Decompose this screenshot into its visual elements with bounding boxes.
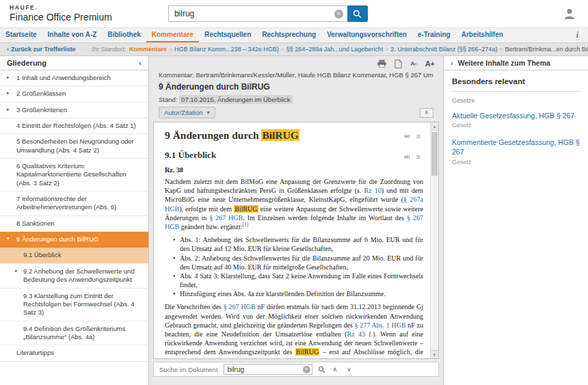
nav-tab[interactable]: Bibliothek (102, 28, 146, 42)
inline-reference-link[interactable]: § 267 HGB (165, 214, 423, 230)
bullet-list: Abs. 1: Anhebung des Schwellenwerts für … (165, 235, 423, 298)
outline-item[interactable]: 7 Informationsrechte der Arbeitnehmerver… (0, 191, 148, 216)
product-title: Finance Office Premium (10, 12, 112, 23)
search-button[interactable] (347, 5, 368, 22)
outline-item[interactable]: 2 Größenklassen (0, 86, 148, 102)
breadcrumb-item[interactable]: 2. Unterabschnitt Bilanz (§§ 266–274a) (390, 46, 497, 53)
nav-tab[interactable]: Verwaltungsvorschriften (321, 28, 412, 42)
document-search-clear-icon[interactable]: × (303, 366, 310, 373)
user-icon (563, 8, 576, 20)
outline-item-label: 2 Größenklassen (16, 90, 66, 97)
related-body: Besonders relevant Gesetze Aktuelle Gese… (444, 70, 588, 181)
pdf-export-icon[interactable] (395, 59, 402, 68)
related-item-link[interactable]: Aktuelle Gesetzesfassung, HGB § 267 (452, 111, 580, 120)
chevron-left-icon: ‹ (7, 46, 9, 53)
related-title: Weitere Inhalte zum Thema (458, 59, 550, 67)
previous-match-icon[interactable]: ∧ (331, 366, 340, 373)
related-item[interactable]: Kommentierte Gesetzesfassung, HGB § 267 … (452, 137, 580, 165)
document-scrollbar[interactable]: ▲ ▼ (430, 122, 438, 358)
chevron-down-icon: ▾ (207, 109, 210, 116)
footnote-ref[interactable]: [1] (243, 222, 249, 228)
outline-item[interactable]: 3 Größenkriterien (0, 103, 148, 118)
back-to-results-link[interactable]: ‹ Zurück zur Trefferliste (7, 46, 76, 53)
nav-tab[interactable]: Startseite (0, 28, 42, 42)
outline-item[interactable]: 4 Eintritt der Rechtsfolgen (Abs. 4 Satz… (0, 118, 148, 134)
expand-related-icon[interactable]: › (451, 59, 453, 67)
meta-actions-row: Autor/Zitation ▾ ∧ (159, 107, 433, 118)
breadcrumb-item[interactable]: §§ 264–289a Jah...und Lagebericht (286, 46, 384, 53)
inline-reference-link[interactable]: § 267a HGB (165, 196, 423, 212)
outline-list: 1 Inhalt und Anwendungsbereich 2 Größenk… (0, 70, 148, 362)
font-decrease-button[interactable]: A- (410, 60, 417, 67)
nav-tab[interactable]: e-Training (412, 28, 456, 42)
related-item-type: Gesetz (452, 159, 580, 165)
outline-item[interactable]: Literaturtipps (0, 345, 148, 361)
nav-tab[interactable]: Kommentare (146, 28, 199, 42)
global-search-input[interactable] (168, 5, 347, 22)
outline-item-label: 9 Änderungen durch BilRUG (16, 235, 98, 243)
scrollbar-thumb[interactable] (431, 132, 438, 176)
nav-tab[interactable]: Arbeitshilfen (456, 28, 509, 42)
outline-item[interactable]: 5 Besonderheiten bei Neugründung oder Um… (0, 134, 148, 159)
scroll-up-icon[interactable]: ▲ (431, 122, 438, 131)
user-account-button[interactable] (561, 8, 578, 20)
outline-item[interactable]: 9 Änderungen durch BilRUG (0, 232, 148, 248)
inline-reference-link[interactable]: § 267 HGB (224, 303, 256, 310)
outline-item[interactable]: 9.2 Anhebung der Schwellenwerte und Bede… (0, 264, 148, 289)
related-item-link[interactable]: Kommentierte Gesetzesfassung, HGB § 267 (452, 137, 580, 157)
outline-item-label: 8 Sanktionen (16, 220, 54, 227)
outline-title: Gliederung (7, 59, 46, 67)
outline-item[interactable]: 9.4 Definition des Größenkriteriums „Bil… (0, 321, 148, 346)
outline-item[interactable]: 1 Inhalt und Anwendungsbereich (0, 70, 148, 86)
highlight-toggle-icon[interactable]: HI (405, 155, 410, 159)
search-highlight: BilRUG (295, 348, 319, 356)
document-search-input[interactable] (224, 364, 312, 375)
global-search: × (168, 5, 368, 22)
outline-item-label: 1 Inhalt und Anwendungsbereich (16, 74, 111, 81)
document-search-label: Suche im Dokument (159, 366, 218, 373)
heading-annotations: HI ≡ (405, 152, 420, 161)
print-icon[interactable] (377, 59, 386, 68)
collapse-outline-icon[interactable]: ‹ (139, 59, 142, 67)
brand-logo[interactable]: HAUFE. Finance Office Premium (10, 5, 112, 23)
breadcrumb-item[interactable]: Bertram/Brinkma...en durch BilRUG (505, 46, 588, 53)
document-title: 9 Änderungen durch BilRUG (159, 82, 433, 92)
inline-reference-link[interactable]: Rz 43 f. (347, 330, 373, 338)
collapse-header-button[interactable]: ∧ (420, 108, 433, 118)
stand-value: 07.10.2015, Änderungen im Überblick (179, 95, 293, 104)
scroll-down-icon[interactable]: ▼ (431, 350, 438, 358)
inline-reference-link[interactable]: § 277 Abs. 1 HGB (355, 321, 406, 329)
outline-item-label: 5 Besonderheiten bei Neugründung oder Um… (16, 137, 134, 153)
nav-tab[interactable]: Rechtsquellen (199, 28, 256, 42)
related-item-type: Gesetz (452, 122, 580, 129)
bullet-item: Hinzufügung eines Abs. 4a zur klarstelle… (173, 289, 423, 298)
outline-item[interactable]: 8 Sanktionen (0, 216, 148, 232)
heading1-row: 9 Änderungen durch BilRUG HI ≡ (165, 127, 423, 147)
search-clear-icon[interactable]: × (334, 10, 343, 18)
font-increase-button[interactable]: A+ (425, 59, 435, 68)
highlight-toggle-icon[interactable]: HI (405, 134, 410, 139)
document-search-icon[interactable] (318, 366, 325, 373)
nav-tab[interactable]: Rechtsprechung (256, 28, 321, 42)
search-highlight: BilRUG (234, 205, 258, 213)
autor-zitation-button[interactable]: Autor/Zitation ▾ (159, 107, 215, 118)
nav-tab[interactable]: Inhalte von A-Z (42, 28, 103, 42)
breadcrumb-item[interactable]: HGB Bilanz Komm...238 – 342e HGB) (174, 46, 279, 53)
search-highlight: BilRUG (261, 129, 299, 141)
breadcrumb-item[interactable]: Kommentare (129, 46, 167, 53)
section-menu-icon[interactable]: ≡ (416, 152, 420, 161)
breadcrumb-segment: 2. Unterabschnitt Bilanz (§§ 266–274a) (390, 46, 505, 53)
outline-item[interactable]: 6 Qualitatives Kriterium: Kapitalmarktor… (0, 159, 148, 191)
outline-item-label: 9.4 Definition des Größenkriteriums „Bil… (23, 325, 125, 341)
related-panel: › Weitere Inhalte zum Thema Besonders re… (443, 56, 588, 385)
outline-item[interactable]: 9.1 Überblick (0, 248, 148, 263)
document-heading-1: 9 Änderungen durch BilRUG (165, 129, 299, 142)
inline-reference-link[interactable]: § 267 HGB (209, 214, 243, 222)
next-match-icon[interactable]: ∨ (345, 366, 353, 373)
inline-reference-link[interactable]: Rz 10 (364, 187, 382, 194)
outline-item[interactable]: 9.3 Klarstellung zum Eintritt der Rechts… (0, 289, 148, 321)
related-item[interactable]: Aktuelle Gesetzesfassung, HGB § 267 Gese… (452, 111, 580, 129)
bullet-item: Abs. 1: Anhebung des Schwellenwerts für … (173, 235, 423, 253)
info-icon[interactable]: i (567, 28, 588, 42)
section-menu-icon[interactable]: ≡ (416, 132, 420, 140)
